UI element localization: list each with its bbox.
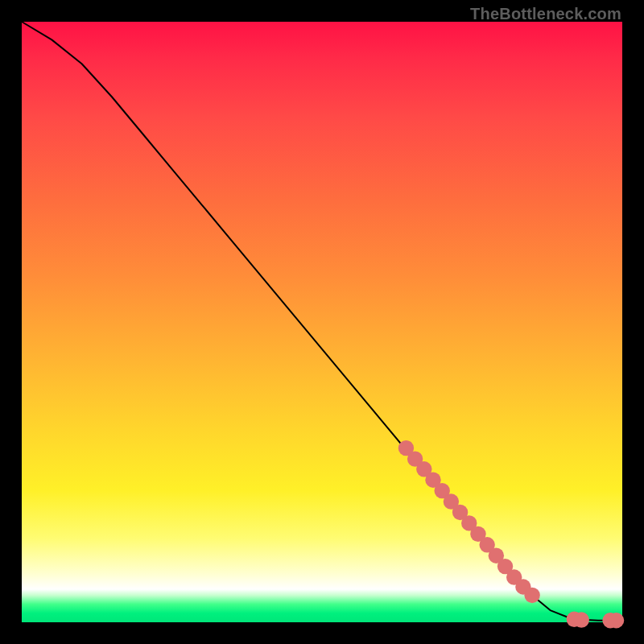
data-marker (609, 613, 624, 628)
plot-area (22, 22, 622, 622)
data-marker (574, 612, 589, 627)
data-marker (524, 588, 539, 603)
curve-line (22, 22, 622, 621)
chart-frame: TheBottleneck.com (0, 0, 644, 644)
markers-group (398, 440, 625, 629)
attribution-text: TheBottleneck.com (470, 5, 621, 23)
chart-svg (22, 22, 622, 622)
